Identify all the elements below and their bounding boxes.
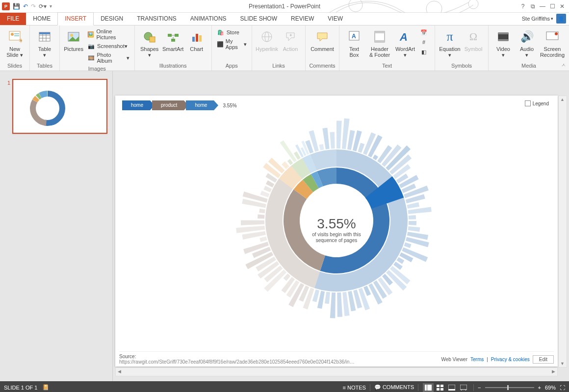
tab-animations[interactable]: ANIMATIONS	[183, 13, 233, 25]
crumb-product[interactable]: product	[152, 100, 184, 110]
view-reading-icon[interactable]	[446, 383, 457, 392]
horizontal-scrollbar[interactable]	[115, 368, 558, 376]
view-slideshow-icon[interactable]	[458, 383, 469, 392]
comment-button[interactable]: Comment	[309, 27, 336, 53]
header-footer-button[interactable]: Header & Footer	[366, 27, 393, 59]
slide-content[interactable]: home product home 3.55% Legend 3.55% of …	[115, 96, 558, 367]
collapse-ribbon-icon[interactable]: ㅅ	[561, 62, 566, 69]
chevron-down-icon: ▾	[551, 16, 553, 21]
smartart-button[interactable]: SmartArt	[161, 27, 185, 53]
header-footer-icon	[373, 28, 386, 45]
video-button[interactable]: Video▾	[491, 27, 515, 59]
svg-rect-54	[448, 389, 455, 391]
view-normal-icon[interactable]	[423, 383, 434, 392]
tab-transitions[interactable]: TRANSITIONS	[130, 13, 183, 25]
qat-customize-icon[interactable]: ▾	[50, 3, 52, 9]
new-slide-button[interactable]: ✶ New Slide ▾	[3, 27, 26, 59]
tab-review[interactable]: REVIEW	[284, 13, 321, 25]
table-label: Table▾	[38, 46, 51, 58]
account-name: Ste Griffiths	[522, 16, 550, 22]
fit-to-window-icon[interactable]: ⛶	[560, 385, 565, 391]
zoom-slider[interactable]	[485, 387, 534, 388]
legend-toggle[interactable]: Legend	[525, 100, 549, 106]
edit-button[interactable]: Edit	[533, 355, 554, 364]
powerpoint-icon: P	[2, 2, 10, 10]
slide-thumbnail-pane[interactable]: 1	[0, 71, 113, 381]
group-tables: Table▾ Tables	[30, 25, 60, 71]
notes-button[interactable]: ≡ NOTES	[342, 385, 365, 391]
action-icon: ✦	[284, 28, 297, 45]
photo-album-button[interactable]: 🎞️Photo Album ▾	[85, 51, 131, 65]
group-apps: 🛍️Store ⬛My Apps ▾ Apps	[212, 25, 252, 71]
table-icon	[38, 28, 52, 45]
tab-insert[interactable]: INSERT	[57, 12, 94, 25]
equation-icon: π	[446, 28, 453, 45]
svg-rect-55	[460, 385, 467, 390]
smartart-icon	[166, 28, 180, 45]
object-button[interactable]: ◧	[418, 47, 432, 57]
my-apps-button[interactable]: ⬛My Apps ▾	[215, 37, 249, 51]
svg-rect-17	[150, 37, 155, 42]
store-button[interactable]: 🛍️Store	[215, 27, 249, 37]
table-button[interactable]: Table▾	[33, 27, 56, 59]
qat-redo-icon[interactable]: ↷	[31, 3, 36, 10]
ribbon-options-icon[interactable]: ⧉	[528, 1, 538, 11]
terms-link[interactable]: Terms	[470, 357, 484, 362]
minimize-icon[interactable]: —	[538, 1, 547, 11]
video-icon	[497, 28, 510, 45]
slide-indicator: SLIDE 1 OF 1	[4, 385, 37, 391]
tab-home[interactable]: HOME	[26, 13, 57, 25]
svg-rect-5	[14, 33, 19, 34]
pictures-icon	[67, 28, 80, 45]
qat-start-icon[interactable]: ⟳▾	[39, 3, 47, 10]
tab-view[interactable]: VIEW	[321, 13, 350, 25]
svg-rect-50	[440, 385, 443, 387]
zoom-out-button[interactable]: −	[478, 385, 481, 391]
qat-undo-icon[interactable]: ↶	[23, 3, 28, 10]
chart-button[interactable]: Chart	[185, 27, 208, 53]
maximize-icon[interactable]: ☐	[547, 1, 557, 11]
spellcheck-icon[interactable]: 📔	[42, 384, 49, 391]
action-button: ✦Action	[279, 27, 302, 53]
ribbon: ✶ New Slide ▾ Slides Table▾ Tables Pictu…	[0, 25, 569, 71]
text-box-button[interactable]: AText Box	[342, 27, 366, 59]
slide-number-button[interactable]: #	[418, 37, 432, 47]
comments-button[interactable]: 💬 COMMENTS	[374, 384, 414, 391]
group-media: Video▾ 🔊Audio▾ Screen Recording Media	[489, 25, 569, 71]
crumb-home[interactable]: home	[122, 100, 150, 110]
date-time-button[interactable]: 📅	[418, 27, 432, 37]
audio-button[interactable]: 🔊Audio▾	[515, 27, 539, 59]
svg-rect-51	[437, 388, 440, 391]
hyperlink-button: Hyperlink	[255, 27, 279, 53]
tab-design[interactable]: DESIGN	[94, 13, 130, 25]
close-icon[interactable]: ✕	[557, 1, 567, 11]
group-illustrations-label: Illustrations	[138, 62, 208, 70]
vertical-scrollbar[interactable]	[558, 96, 567, 368]
audio-icon: 🔊	[520, 28, 534, 45]
zoom-in-button[interactable]: +	[538, 385, 541, 391]
pictures-button[interactable]: Pictures	[63, 27, 84, 53]
svg-rect-6	[14, 35, 19, 36]
crumb-home-2[interactable]: home	[186, 100, 214, 110]
shapes-button[interactable]: Shapes▾	[138, 27, 161, 59]
group-links-label: Links	[255, 62, 302, 70]
tab-file[interactable]: FILE	[0, 13, 26, 25]
equation-button[interactable]: πEquation▾	[438, 27, 462, 59]
hyperlink-icon	[260, 28, 274, 45]
my-apps-icon: ⬛	[217, 40, 224, 48]
account-menu[interactable]: Ste Griffiths ▾ 👤	[522, 14, 566, 24]
group-slides: ✶ New Slide ▾ Slides	[0, 25, 30, 71]
slide-thumbnail-1[interactable]	[12, 79, 107, 134]
online-pictures-button[interactable]: 🖼️Online Pictures	[85, 27, 131, 41]
wordart-button[interactable]: AWordArt▾	[393, 27, 417, 59]
group-text: AText Box Header & Footer AWordArt▾ 📅 # …	[339, 25, 435, 71]
group-illustrations: Shapes▾ SmartArt Chart Illustrations	[135, 25, 212, 71]
view-sorter-icon[interactable]	[435, 383, 445, 392]
screen-recording-button[interactable]: Screen Recording	[539, 27, 566, 59]
tab-slideshow[interactable]: SLIDE SHOW	[233, 13, 284, 25]
help-icon[interactable]: ?	[518, 1, 528, 11]
qat-save-icon[interactable]: 💾	[13, 3, 20, 10]
comment-icon	[315, 28, 329, 45]
screenshot-button[interactable]: 📷Screenshot ▾	[85, 41, 131, 51]
privacy-link[interactable]: Privacy & cookies	[491, 357, 530, 362]
